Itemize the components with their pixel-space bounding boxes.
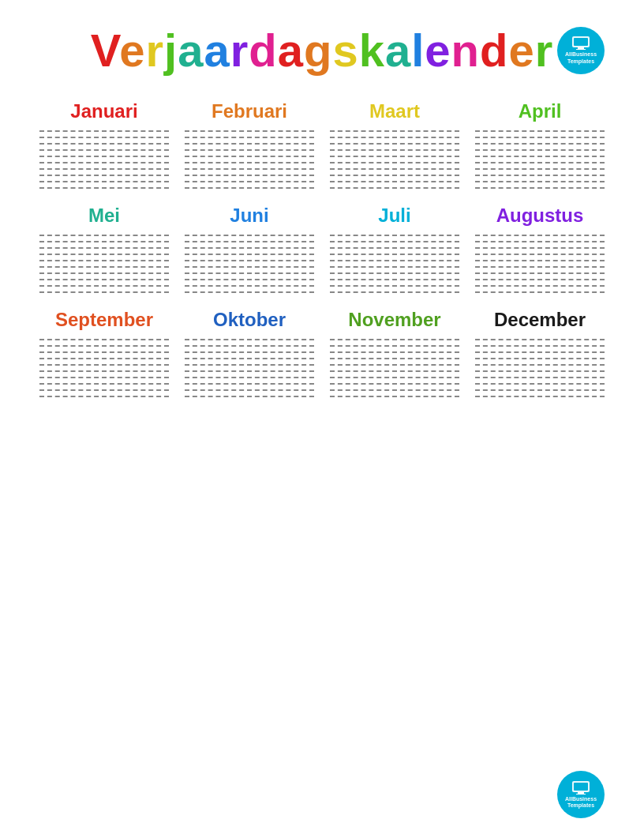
dashed-line	[475, 396, 605, 397]
dashed-line	[39, 254, 169, 255]
dashed-line	[39, 279, 169, 280]
lines-november	[330, 339, 459, 397]
dashed-line	[330, 351, 459, 353]
dashed-line	[475, 266, 605, 268]
month-title-januari: Januari	[39, 100, 169, 122]
dashed-line	[475, 370, 605, 372]
lines-juni	[185, 235, 314, 293]
lines-februari	[185, 130, 314, 189]
month-september: September	[39, 309, 169, 397]
dashed-line	[39, 137, 169, 138]
dashed-line	[475, 241, 605, 242]
dashed-line	[39, 181, 169, 182]
dashed-line	[475, 162, 605, 163]
dashed-line	[475, 279, 605, 280]
dashed-line	[475, 254, 605, 255]
month-oktober: Oktober	[185, 309, 314, 397]
dashed-line	[185, 181, 314, 182]
dashed-line	[185, 260, 314, 261]
dashed-line	[475, 247, 605, 249]
logo-bottom: AllBusiness Templates	[557, 771, 605, 818]
dashed-line	[39, 351, 169, 353]
dashed-line	[185, 254, 314, 255]
month-title-oktober: Oktober	[185, 309, 314, 331]
dashed-line	[185, 351, 314, 353]
month-februari: Februari	[185, 100, 314, 189]
lines-augustus	[475, 235, 605, 293]
page-title: Verjaardagskalender	[91, 24, 554, 77]
lines-januari	[39, 130, 169, 189]
dashed-line	[475, 235, 605, 236]
month-title-september: September	[39, 309, 169, 331]
dashed-line	[475, 383, 605, 385]
lines-oktober	[185, 339, 314, 397]
dashed-line	[475, 272, 605, 274]
dashed-line	[185, 168, 314, 170]
month-juni: Juni	[185, 205, 314, 293]
dashed-line	[330, 175, 459, 176]
svg-rect-2	[578, 47, 584, 49]
dashed-line	[330, 187, 459, 189]
dashed-line	[39, 389, 169, 391]
month-januari: Januari	[39, 100, 169, 189]
dashed-line	[185, 285, 314, 287]
month-mei: Mei	[39, 205, 169, 293]
dashed-line	[39, 143, 169, 145]
dashed-line	[475, 181, 605, 182]
lines-december	[475, 339, 605, 397]
dashed-line	[39, 187, 169, 189]
month-title-april: April	[475, 100, 605, 122]
dashed-line	[330, 396, 459, 397]
dashed-line	[39, 266, 169, 268]
dashed-line	[185, 162, 314, 163]
dashed-line	[185, 279, 314, 280]
dashed-line	[185, 345, 314, 347]
dashed-line	[475, 389, 605, 391]
dashed-line	[475, 351, 605, 353]
logo-text-top: AllBusiness	[565, 51, 597, 58]
dashed-line	[330, 364, 459, 366]
month-november: November	[330, 309, 459, 397]
svg-rect-1	[574, 38, 588, 46]
dashed-line	[185, 377, 314, 378]
dashed-line	[185, 370, 314, 372]
month-title-juni: Juni	[185, 205, 314, 227]
lines-juli	[330, 235, 459, 293]
calendar-row-2: MeiJuniJuliAugustus	[39, 205, 605, 293]
dashed-line	[475, 291, 605, 293]
svg-rect-7	[576, 794, 586, 795]
dashed-line	[39, 370, 169, 372]
page: Verjaardagskalender AllBusiness Template…	[0, 0, 644, 834]
lines-maart	[330, 130, 459, 189]
dashed-line	[185, 389, 314, 391]
month-april: April	[475, 100, 605, 189]
dashed-line	[475, 175, 605, 176]
dashed-line	[185, 272, 314, 274]
dashed-line	[475, 377, 605, 378]
dashed-line	[475, 285, 605, 287]
dashed-line	[475, 358, 605, 359]
dashed-line	[330, 266, 459, 268]
dashed-line	[330, 143, 459, 145]
dashed-line	[330, 241, 459, 242]
dashed-line	[185, 247, 314, 249]
dashed-line	[475, 260, 605, 261]
month-title-mei: Mei	[39, 205, 169, 227]
dashed-line	[185, 358, 314, 359]
dashed-line	[475, 143, 605, 145]
month-title-augustus: Augustus	[475, 205, 605, 227]
dashed-line	[185, 187, 314, 189]
dashed-line	[475, 168, 605, 170]
dashed-line	[330, 291, 459, 293]
dashed-line	[39, 162, 169, 163]
month-title-december: December	[475, 309, 605, 331]
month-title-november: November	[330, 309, 459, 331]
calendar-row-3: SeptemberOktoberNovemberDecember	[39, 309, 605, 397]
dashed-line	[185, 383, 314, 385]
lines-september	[39, 339, 169, 397]
dashed-line	[185, 291, 314, 293]
dashed-line	[330, 345, 459, 347]
dashed-line	[39, 291, 169, 293]
logo-icon-bottom	[571, 780, 590, 795]
logo-subtext-top: Templates	[567, 58, 594, 65]
